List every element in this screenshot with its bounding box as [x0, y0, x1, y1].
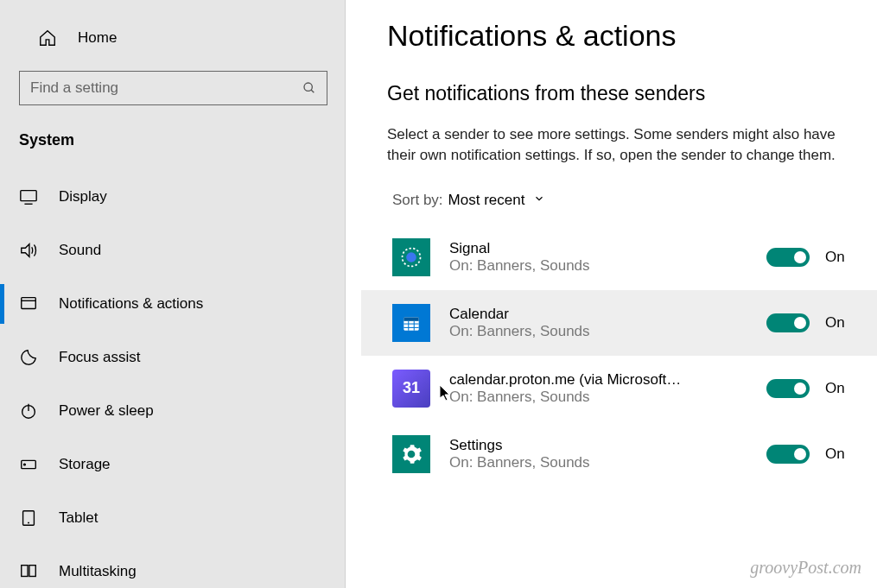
svg-rect-14 — [29, 566, 35, 577]
power-icon — [19, 401, 43, 420]
sidebar-item-label: Tablet — [59, 509, 98, 527]
sidebar-item-label: Focus assist — [59, 349, 140, 366]
signal-app-icon — [392, 238, 430, 276]
chevron-down-icon — [533, 192, 545, 209]
section-description: Select a sender to see more settings. So… — [387, 124, 851, 166]
home-label: Home — [78, 29, 117, 47]
sender-toggle-label: On — [825, 249, 851, 266]
sender-row-calendar[interactable]: Calendar On: Banners, Sounds On — [361, 290, 877, 356]
sidebar-item-label: Storage — [59, 456, 111, 473]
multitasking-icon — [19, 562, 43, 581]
sender-row-settings[interactable]: Settings On: Banners, Sounds On — [361, 421, 877, 487]
svg-marker-4 — [22, 244, 29, 257]
sidebar-item-display[interactable]: Display — [0, 170, 345, 224]
settings-app-icon — [392, 435, 430, 473]
svg-point-0 — [304, 83, 312, 91]
notifications-icon — [19, 294, 43, 313]
sender-toggle[interactable] — [766, 248, 810, 267]
svg-point-23 — [409, 451, 415, 457]
sender-toggle-label: On — [825, 314, 851, 332]
sender-toggle[interactable] — [766, 379, 810, 398]
watermark: groovyPost.com — [750, 558, 861, 578]
page-title: Notifications & actions — [387, 19, 851, 53]
settings-sidebar: Home System Display Sound Notifications … — [0, 0, 346, 588]
tablet-icon — [19, 509, 43, 528]
storage-icon — [19, 455, 43, 474]
sender-toggle-label: On — [825, 380, 851, 397]
svg-rect-18 — [404, 317, 418, 320]
sidebar-item-label: Notifications & actions — [59, 295, 203, 313]
content-panel: Notifications & actions Get notification… — [346, 0, 877, 588]
sidebar-item-focus-assist[interactable]: Focus assist — [0, 331, 345, 384]
sender-toggle[interactable] — [766, 445, 810, 464]
sender-toggle-label: On — [825, 446, 851, 463]
search-icon — [302, 81, 316, 95]
sidebar-item-label: Display — [59, 188, 107, 205]
section-title: Get notifications from these senders — [387, 82, 851, 105]
home-button[interactable]: Home — [0, 16, 345, 60]
svg-point-16 — [406, 252, 416, 262]
sender-toggle[interactable] — [766, 313, 810, 332]
sort-by-dropdown[interactable]: Most recent — [448, 192, 546, 209]
sender-sub: On: Banners, Sounds — [449, 323, 766, 340]
sidebar-item-power-sleep[interactable]: Power & sleep — [0, 384, 345, 438]
sort-by-value: Most recent — [448, 192, 525, 209]
sidebar-item-sound[interactable]: Sound — [0, 224, 345, 277]
svg-rect-13 — [22, 566, 28, 577]
sender-row-signal[interactable]: Signal On: Banners, Sounds On — [361, 224, 877, 290]
search-input[interactable] — [30, 79, 302, 97]
svg-rect-5 — [22, 298, 36, 309]
sender-sub: On: Banners, Sounds — [449, 454, 766, 471]
sender-name: calendar.proton.me (via Microsoft… — [449, 371, 683, 389]
sender-row-proton-calendar[interactable]: 31 calendar.proton.me (via Microsoft… On… — [361, 356, 877, 421]
sort-by-label: Sort by: — [392, 192, 443, 209]
sound-icon — [19, 241, 43, 260]
svg-line-1 — [311, 90, 314, 92]
svg-rect-2 — [21, 191, 36, 201]
focus-assist-icon — [19, 348, 43, 367]
sidebar-item-label: Multitasking — [59, 563, 137, 580]
sender-name: Calendar — [449, 306, 683, 323]
sidebar-item-multitasking[interactable]: Multitasking — [0, 545, 345, 588]
sender-name: Signal — [449, 240, 683, 257]
sidebar-item-tablet[interactable]: Tablet — [0, 491, 345, 545]
sidebar-item-label: Sound — [59, 242, 101, 259]
sidebar-item-label: Power & sleep — [59, 402, 154, 420]
sender-sub: On: Banners, Sounds — [449, 257, 766, 275]
sender-sub: On: Banners, Sounds — [449, 389, 766, 406]
sidebar-category-label: System — [0, 121, 345, 170]
search-input-container[interactable] — [19, 71, 327, 105]
sender-name: Settings — [449, 437, 683, 454]
sidebar-item-storage[interactable]: Storage — [0, 438, 345, 491]
proton-calendar-app-icon: 31 — [392, 370, 430, 408]
sidebar-item-notifications[interactable]: Notifications & actions — [0, 277, 345, 331]
home-icon — [38, 28, 62, 47]
calendar-app-icon — [392, 304, 430, 342]
display-icon — [19, 187, 43, 206]
svg-point-10 — [24, 464, 26, 465]
